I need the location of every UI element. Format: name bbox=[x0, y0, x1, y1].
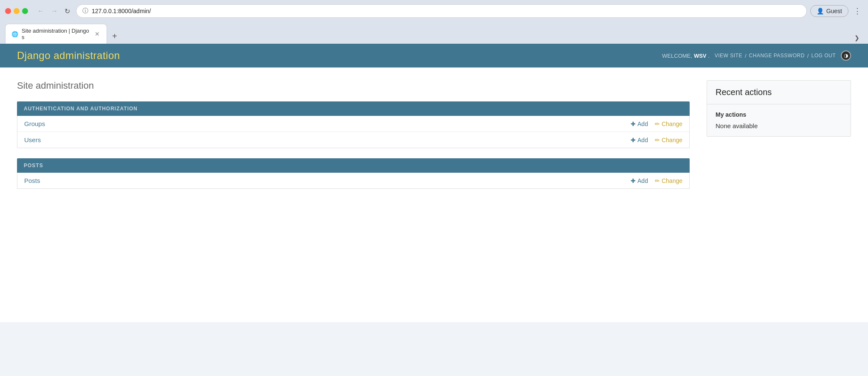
auth-section: AUTHENTICATION AND AUTHORIZATION Groups … bbox=[17, 101, 690, 148]
posts-add-label: Add bbox=[637, 177, 648, 184]
page-title: Site administration bbox=[17, 80, 690, 91]
posts-section-header: POSTS bbox=[17, 158, 690, 173]
content-right: Recent actions My actions None available bbox=[707, 80, 851, 309]
posts-add-icon: ✚ bbox=[631, 177, 636, 184]
groups-change-icon: ✏ bbox=[655, 121, 660, 127]
tab-bar: 🌐 Site administration | Django s ✕ + ❯ bbox=[5, 24, 863, 44]
traffic-lights bbox=[5, 8, 28, 14]
content-left: Site administration AUTHENTICATION AND A… bbox=[17, 80, 690, 309]
active-tab[interactable]: 🌐 Site administration | Django s ✕ bbox=[5, 24, 107, 44]
theme-toggle-button[interactable]: ◑ bbox=[841, 51, 851, 61]
my-actions-label: My actions bbox=[716, 111, 842, 118]
groups-add-label: Add bbox=[637, 121, 648, 127]
header-nav: WELCOME, WSV . VIEW SITE / CHANGE PASSWO… bbox=[662, 51, 851, 61]
close-traffic-light[interactable] bbox=[5, 8, 11, 14]
users-add-label: Add bbox=[637, 137, 648, 143]
posts-model-link[interactable]: Posts bbox=[24, 177, 631, 184]
none-available-text: None available bbox=[716, 122, 842, 129]
browser-top-bar: ← → ↻ ⓘ 👤 Guest ⋮ bbox=[5, 4, 863, 21]
auth-section-header: AUTHENTICATION AND AUTHORIZATION bbox=[17, 101, 690, 116]
groups-change-link[interactable]: ✏ Change bbox=[655, 121, 682, 127]
posts-row: Posts ✚ Add ✏ Change bbox=[17, 173, 689, 188]
users-add-link[interactable]: ✚ Add bbox=[631, 137, 648, 143]
tab-title: Site administration | Django s bbox=[22, 28, 90, 40]
address-info-icon: ⓘ bbox=[82, 7, 88, 15]
django-admin-title: Django administration bbox=[17, 50, 120, 62]
address-bar-container: ⓘ bbox=[76, 4, 807, 18]
divider-1: / bbox=[745, 53, 747, 59]
recent-actions-title: Recent actions bbox=[716, 87, 842, 97]
browser-chrome: ← → ↻ ⓘ 👤 Guest ⋮ 🌐 Site administration … bbox=[0, 0, 868, 44]
posts-change-link[interactable]: ✏ Change bbox=[655, 177, 682, 184]
username: WSV bbox=[694, 53, 707, 59]
change-password-link[interactable]: CHANGE PASSWORD bbox=[749, 53, 805, 59]
logout-link[interactable]: LOG OUT bbox=[811, 53, 836, 59]
django-admin-header: Django administration WELCOME, WSV . VIE… bbox=[0, 44, 868, 67]
users-change-label: Change bbox=[662, 137, 682, 143]
users-change-link[interactable]: ✏ Change bbox=[655, 137, 682, 143]
posts-section-body: Posts ✚ Add ✏ Change bbox=[17, 173, 690, 189]
nav-buttons: ← → ↻ bbox=[35, 6, 73, 17]
users-row: Users ✚ Add ✏ Change bbox=[17, 132, 689, 148]
groups-add-icon: ✚ bbox=[631, 121, 636, 127]
groups-model-link[interactable]: Groups bbox=[24, 120, 631, 127]
posts-change-label: Change bbox=[662, 177, 682, 184]
tab-dropdown-button[interactable]: ❯ bbox=[851, 33, 863, 43]
maximize-traffic-light[interactable] bbox=[22, 8, 28, 14]
auth-section-body: Groups ✚ Add ✏ Change Users bbox=[17, 116, 690, 148]
welcome-prefix: WELCOME, bbox=[662, 53, 692, 59]
posts-add-link[interactable]: ✚ Add bbox=[631, 177, 648, 184]
users-add-icon: ✚ bbox=[631, 137, 636, 143]
groups-change-label: Change bbox=[662, 121, 682, 127]
users-model-link[interactable]: Users bbox=[24, 136, 631, 143]
guest-label: Guest bbox=[826, 8, 842, 14]
view-site-link[interactable]: VIEW SITE bbox=[715, 53, 742, 59]
welcome-suffix: . bbox=[708, 53, 710, 59]
recent-actions-panel: Recent actions My actions None available bbox=[707, 80, 851, 137]
posts-actions: ✚ Add ✏ Change bbox=[631, 177, 682, 184]
posts-change-icon: ✏ bbox=[655, 177, 660, 184]
users-change-icon: ✏ bbox=[655, 137, 660, 143]
users-actions: ✚ Add ✏ Change bbox=[631, 137, 682, 143]
groups-add-link[interactable]: ✚ Add bbox=[631, 121, 648, 127]
back-button[interactable]: ← bbox=[35, 6, 47, 17]
recent-actions-header: Recent actions bbox=[707, 81, 851, 104]
browser-menu-button[interactable]: ⋮ bbox=[852, 5, 863, 17]
guest-button[interactable]: 👤 Guest bbox=[810, 5, 848, 17]
forward-button[interactable]: → bbox=[48, 6, 60, 17]
tab-favicon: 🌐 bbox=[11, 31, 18, 37]
new-tab-button[interactable]: + bbox=[109, 30, 121, 43]
recent-actions-body: My actions None available bbox=[707, 104, 851, 136]
minimize-traffic-light[interactable] bbox=[14, 8, 20, 14]
main-content: Site administration AUTHENTICATION AND A… bbox=[0, 67, 868, 322]
posts-section: POSTS Posts ✚ Add ✏ Change bbox=[17, 158, 690, 189]
tab-close-button[interactable]: ✕ bbox=[94, 31, 101, 37]
groups-actions: ✚ Add ✏ Change bbox=[631, 121, 682, 127]
divider-2: / bbox=[807, 53, 809, 59]
address-bar-input[interactable] bbox=[92, 8, 800, 14]
groups-row: Groups ✚ Add ✏ Change bbox=[17, 116, 689, 132]
guest-avatar-icon: 👤 bbox=[817, 8, 824, 14]
reload-button[interactable]: ↻ bbox=[62, 6, 73, 17]
